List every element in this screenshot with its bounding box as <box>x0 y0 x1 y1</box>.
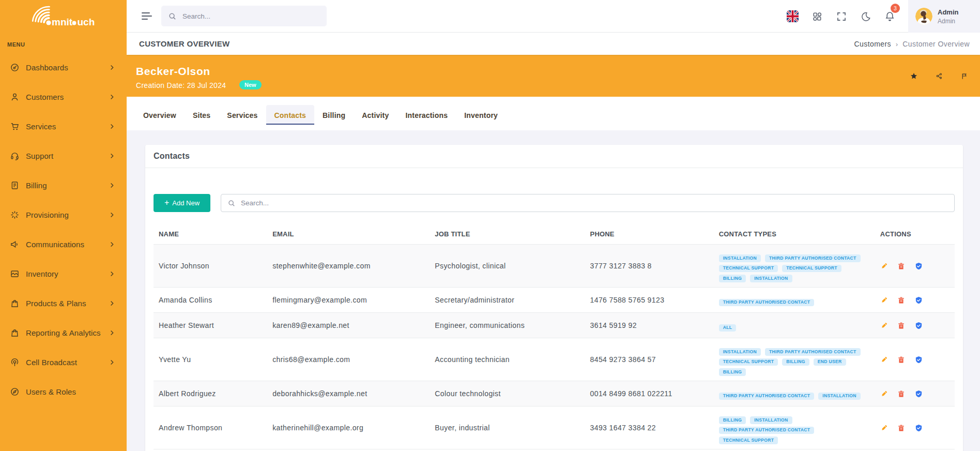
svg-text:mnit: mnit <box>52 17 73 27</box>
svg-text:uch: uch <box>78 17 95 27</box>
